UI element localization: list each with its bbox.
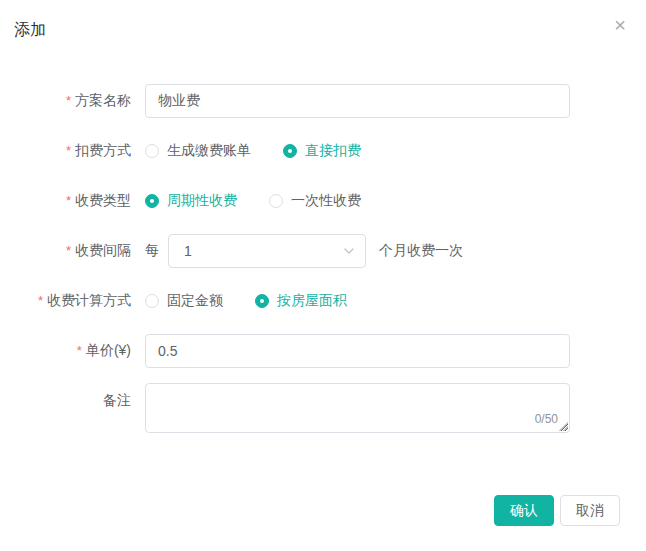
radio-label: 按房屋面积 xyxy=(277,292,347,310)
form-row-remark: 备注 0/50 xyxy=(0,383,646,433)
radio-periodic-charge[interactable]: 周期性收费 xyxy=(145,192,237,210)
required-mark: * xyxy=(66,193,71,208)
close-icon[interactable]: × xyxy=(608,14,632,38)
add-dialog: 添加 × *方案名称 *扣费方式 生成缴费账单 直接扣费 xyxy=(0,0,646,551)
radio-unselected-icon xyxy=(145,294,159,308)
interval-select-value: 1 xyxy=(184,243,192,259)
chevron-down-icon xyxy=(343,245,355,257)
required-mark: * xyxy=(66,93,71,108)
form-row-calc-method: *收费计算方式 固定金额 按房屋面积 xyxy=(0,283,646,318)
radio-label: 直接扣费 xyxy=(305,142,361,160)
radio-generate-bill[interactable]: 生成缴费账单 xyxy=(145,142,251,160)
add-form: *方案名称 *扣费方式 生成缴费账单 直接扣费 *收费类型 xyxy=(0,83,646,448)
radio-label: 一次性收费 xyxy=(291,192,361,210)
charge-type-label: *收费类型 xyxy=(0,183,131,218)
required-mark: * xyxy=(66,143,71,158)
dialog-title: 添加 xyxy=(14,18,46,42)
radio-selected-icon xyxy=(283,144,297,158)
plan-name-label: *方案名称 xyxy=(0,83,131,118)
dialog-footer: 确认 取消 xyxy=(494,495,620,526)
form-row-deduct-method: *扣费方式 生成缴费账单 直接扣费 xyxy=(0,133,646,168)
required-mark: * xyxy=(77,343,82,358)
calc-method-label: *收费计算方式 xyxy=(0,283,131,318)
interval-prefix-text: 每 xyxy=(145,242,159,260)
interval-suffix-text: 个月收费一次 xyxy=(379,242,463,260)
deduct-method-label: *扣费方式 xyxy=(0,133,131,168)
radio-onetime-charge[interactable]: 一次性收费 xyxy=(269,192,361,210)
form-row-plan-name: *方案名称 xyxy=(0,83,646,118)
form-row-charge-interval: *收费间隔 每 1 个月收费一次 xyxy=(0,233,646,268)
interval-select[interactable]: 1 xyxy=(168,234,366,268)
required-mark: * xyxy=(66,243,71,258)
required-mark: * xyxy=(38,293,43,308)
radio-selected-icon xyxy=(255,294,269,308)
radio-fixed-amount[interactable]: 固定金额 xyxy=(145,292,223,310)
radio-selected-icon xyxy=(145,194,159,208)
cancel-button[interactable]: 取消 xyxy=(560,495,620,526)
radio-label: 周期性收费 xyxy=(167,192,237,210)
radio-unselected-icon xyxy=(145,144,159,158)
radio-unselected-icon xyxy=(269,194,283,208)
unit-price-input[interactable] xyxy=(145,334,570,368)
unit-price-label: *单价(¥) xyxy=(0,333,131,368)
confirm-button[interactable]: 确认 xyxy=(494,495,554,526)
form-row-charge-type: *收费类型 周期性收费 一次性收费 xyxy=(0,183,646,218)
remark-label: 备注 xyxy=(0,383,131,410)
plan-name-input[interactable] xyxy=(145,84,570,118)
form-row-unit-price: *单价(¥) xyxy=(0,333,646,368)
radio-label: 固定金额 xyxy=(167,292,223,310)
remark-textarea[interactable] xyxy=(145,383,570,433)
radio-label: 生成缴费账单 xyxy=(167,142,251,160)
radio-by-house-area[interactable]: 按房屋面积 xyxy=(255,292,347,310)
radio-direct-deduct[interactable]: 直接扣费 xyxy=(283,142,361,160)
charge-interval-label: *收费间隔 xyxy=(0,233,131,268)
